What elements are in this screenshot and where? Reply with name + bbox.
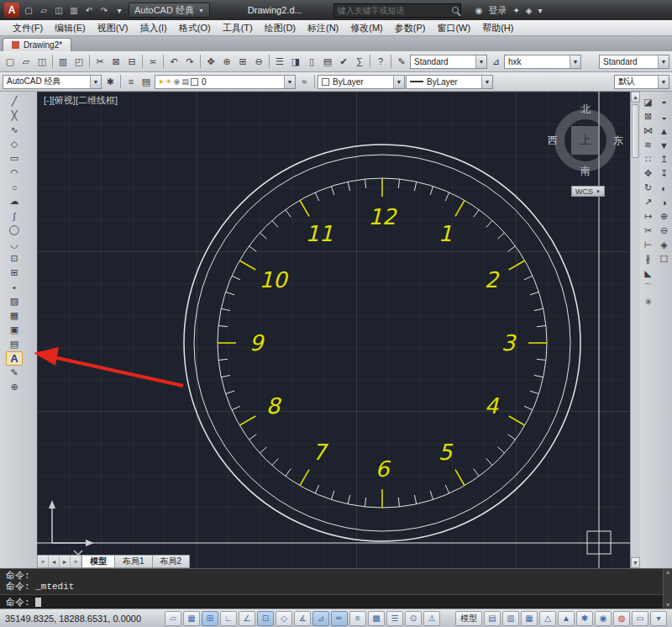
point-icon[interactable]: • xyxy=(6,280,23,294)
chevron-down-icon[interactable]: ▼ xyxy=(284,76,295,88)
viewcube-east-label[interactable]: 东 xyxy=(613,134,623,148)
undo-icon[interactable]: ↶ xyxy=(166,54,181,69)
lock-ui-icon[interactable]: ◉ xyxy=(595,611,612,626)
menu-item-0[interactable]: 文件(F) xyxy=(7,20,49,36)
layout-nav-icon[interactable]: ◂ xyxy=(49,556,60,567)
hardware-acceleration-icon[interactable]: ◍ xyxy=(613,611,630,626)
quick-view-drawings-icon[interactable]: ▦ xyxy=(521,611,538,626)
polygon-icon[interactable]: ◇ xyxy=(6,137,23,151)
save-icon[interactable]: ◫ xyxy=(52,3,66,17)
open-file-icon[interactable]: ▱ xyxy=(37,3,50,17)
lineweight-toggle[interactable]: ≡ xyxy=(349,611,366,626)
scrollbar-thumb[interactable] xyxy=(632,104,639,158)
transparency-toggle[interactable]: ▩ xyxy=(368,611,385,626)
revision-cloud-icon[interactable]: ☁ xyxy=(6,194,23,208)
layout-icon[interactable]: ▤ xyxy=(484,611,501,626)
layer-plot-icon[interactable]: ▤ xyxy=(181,77,189,86)
bring-above-icon[interactable]: ▲ xyxy=(656,124,672,138)
workspace-settings-icon[interactable]: ✱ xyxy=(102,74,118,89)
text-style-combo[interactable]: Standard ▼ xyxy=(410,55,487,69)
menu-item-11[interactable]: 帮助(H) xyxy=(476,20,519,36)
erase-icon[interactable]: ◪ xyxy=(640,95,657,109)
construction-line-icon[interactable]: ╳ xyxy=(6,108,23,123)
wcs-menu[interactable]: WCS ▼ xyxy=(571,186,605,197)
scroll-up-icon[interactable]: ▲ xyxy=(666,569,669,576)
polar-tracking-toggle[interactable]: ∠ xyxy=(239,611,255,626)
layout-nav-icon[interactable]: « xyxy=(38,556,49,567)
bring-to-front-icon[interactable]: ◓ xyxy=(656,95,672,109)
designcenter-icon[interactable]: ◨ xyxy=(288,54,303,69)
menu-item-7[interactable]: 标注(N) xyxy=(302,20,344,36)
layout-tab-布局1[interactable]: 布局1 xyxy=(114,556,152,567)
layer-lock-icon[interactable]: ◉ xyxy=(174,77,181,86)
qat-dropdown-icon[interactable]: ▾ xyxy=(113,3,126,17)
search-input[interactable] xyxy=(338,6,449,15)
canvas-vertical-scrollbar[interactable]: ▲ ▼ xyxy=(630,92,640,568)
selection-cycling-toggle[interactable]: ⊙ xyxy=(405,611,422,626)
offset-icon[interactable]: ≋ xyxy=(640,138,657,152)
save-icon[interactable]: ◫ xyxy=(34,54,50,69)
region-icon[interactable]: ▣ xyxy=(6,323,23,337)
paste-icon[interactable]: ⊟ xyxy=(124,54,139,69)
dim-style-combo[interactable]: hxk ▼ xyxy=(504,55,581,69)
array-icon[interactable]: ∷ xyxy=(640,152,657,166)
quick-view-layouts-icon[interactable]: ▥ xyxy=(502,611,519,626)
search-icon[interactable] xyxy=(452,7,459,13)
ortho-mode-toggle[interactable]: ∟ xyxy=(220,611,237,626)
command-scrollbar[interactable]: ▲ ▼ xyxy=(663,569,672,609)
layout-nav-icon[interactable]: ▸ xyxy=(60,556,71,567)
cleanscreen-icon[interactable]: ▭ xyxy=(632,611,648,626)
fillet-icon[interactable]: ⌒ xyxy=(640,281,657,295)
inspect-icon[interactable]: ◐ xyxy=(656,181,672,195)
model-space-canvas[interactable]: [-][俯视][二维线框] 121234567891011 上 北 南 西 东 … xyxy=(37,92,630,568)
menu-item-8[interactable]: 修改(M) xyxy=(344,20,389,36)
workspace-dropdown[interactable]: AutoCAD 经典 ▼ xyxy=(129,3,210,18)
ellipse-icon[interactable]: ◯ xyxy=(6,223,23,237)
open-icon[interactable]: ▱ xyxy=(18,54,34,69)
menu-item-1[interactable]: 编辑(E) xyxy=(49,20,92,36)
text-style-icon[interactable]: ✎ xyxy=(394,54,409,69)
mtext-icon[interactable]: A xyxy=(6,351,23,366)
dynamic-input-toggle[interactable]: ✏ xyxy=(331,611,348,626)
markup-icon[interactable]: ✔ xyxy=(336,54,351,69)
zoom-window-icon[interactable]: ⊞ xyxy=(235,54,250,69)
move-icon[interactable]: ✥ xyxy=(640,166,657,181)
pan-icon[interactable]: ✥ xyxy=(203,54,218,69)
viewcube-south-label[interactable]: 南 xyxy=(580,164,591,178)
chevron-down-icon[interactable]: ▼ xyxy=(475,55,486,68)
zoom-realtime-icon[interactable]: ⊕ xyxy=(219,54,234,69)
edit-text-icon[interactable]: ✎ xyxy=(6,366,23,380)
new-icon[interactable]: ▢ xyxy=(3,54,18,69)
scale-icon[interactable]: ↗ xyxy=(640,195,657,209)
dynamic-ucs-toggle[interactable]: ⊿ xyxy=(312,611,329,626)
copy-icon[interactable]: ⊠ xyxy=(640,109,657,124)
break-icon[interactable]: ∦ xyxy=(640,252,657,266)
table-icon[interactable]: ▤ xyxy=(6,337,23,351)
hatch-to-back-icon[interactable]: ↧ xyxy=(656,166,672,181)
layout-nav-icon[interactable]: » xyxy=(71,556,81,567)
document-tab[interactable]: Drawing2* xyxy=(3,38,71,51)
make-block-icon[interactable]: ⊞ xyxy=(6,266,23,280)
layer-freeze-icon[interactable]: ☀ xyxy=(165,77,171,86)
insert-block-icon[interactable]: ⊡ xyxy=(6,251,23,266)
plot-icon[interactable]: ▥ xyxy=(55,54,71,69)
zoom-in-icon[interactable]: ⊕ xyxy=(656,209,672,224)
rotate-icon[interactable]: ↻ xyxy=(640,181,657,195)
layer-on-icon[interactable]: ● xyxy=(159,77,163,86)
quickcalc-icon[interactable]: ∑ xyxy=(352,54,367,69)
annotation-autoscale-icon[interactable]: ▲ xyxy=(558,611,575,626)
redo-icon[interactable]: ↷ xyxy=(182,54,197,69)
gradient-icon[interactable]: ▦ xyxy=(6,308,23,323)
workspace-combo[interactable]: AutoCAD 经典 ▼ xyxy=(3,75,102,89)
chevron-down-icon[interactable]: ▼ xyxy=(90,76,101,88)
stretch-icon[interactable]: ↦ xyxy=(640,209,657,224)
redo-icon[interactable]: ↷ xyxy=(97,3,111,17)
stay-connected-icon[interactable]: ◈ xyxy=(526,6,533,15)
undo-icon[interactable]: ↶ xyxy=(82,3,96,17)
text-to-front-icon[interactable]: ↥ xyxy=(656,152,672,166)
polyline-icon[interactable]: ∿ xyxy=(6,123,23,137)
annotation-scale-icon[interactable]: △ xyxy=(539,611,556,626)
new-file-icon[interactable]: ▢ xyxy=(22,3,35,17)
sheet-icon[interactable]: ☐ xyxy=(656,252,672,266)
spline-icon[interactable]: ∫ xyxy=(6,208,23,223)
